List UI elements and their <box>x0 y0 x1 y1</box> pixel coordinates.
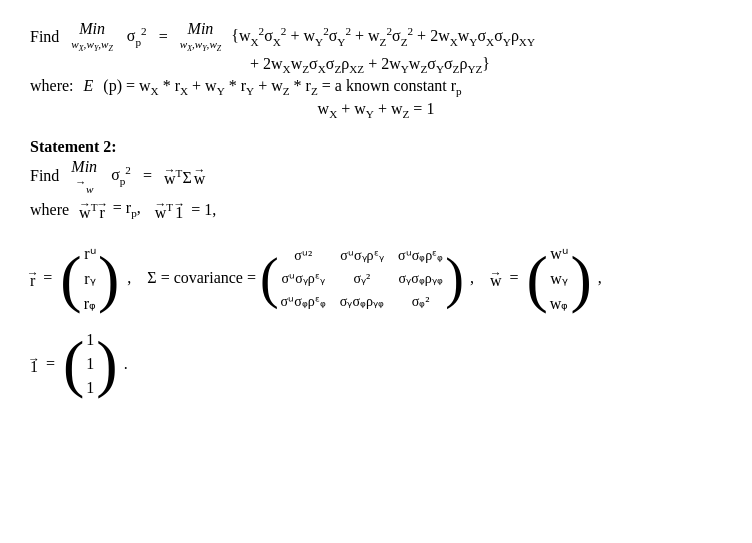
constraint-ep: E <box>84 77 94 95</box>
m21: σᵘσᵧρᵋᵧ <box>281 270 326 287</box>
min-label2: Min wX,wY,wZ <box>180 20 222 53</box>
section3-vectors: → r = ( rᵘ rᵧ rᵩ ) , Σ = covariance = ( <box>30 240 722 401</box>
m32: σᵧσᵩρᵧᵩ <box>340 293 384 310</box>
m33: σᵩ² <box>398 293 443 310</box>
w-transpose-sigma-w: → w TΣ → w <box>164 163 205 187</box>
min-label3: Min → w w <box>71 158 97 194</box>
covariance-matrix: ( σᵘ² σᵘσᵧρᵋᵧ σᵘσᵩρᵋᵩ σᵘσᵧρᵋᵧ σᵧ² σᵧσᵩρᵧ… <box>260 243 464 314</box>
sigma-label: Σ = covariance = <box>147 269 256 287</box>
where-label2: where <box>30 201 69 219</box>
sigma-p-squared: σp2 <box>127 25 147 48</box>
rx-cell: rᵘ <box>84 244 96 263</box>
m12: σᵘσᵧρᵋᵧ <box>340 247 384 264</box>
one-vec-label: → 1 <box>30 352 38 376</box>
w-vec-label: → w <box>490 266 502 290</box>
sigma-p-sq-2: σp2 <box>111 164 131 187</box>
r-vector-matrix: ( rᵘ rᵧ rᵩ ) <box>60 240 119 317</box>
constraint-w-one: → w T → 1 <box>155 197 183 221</box>
constraint-sum: wX + wY + wZ = 1 <box>318 100 435 120</box>
constraint-w-r: → w T → r <box>79 197 105 221</box>
find-label2: Find <box>30 167 59 185</box>
min-label: Min wX,wY,wZ <box>71 20 113 53</box>
constraint-ep-eq: (p) = wX * rX + wY * rY + wZ * rZ = a kn… <box>103 77 461 97</box>
rz-cell: rᵩ <box>84 294 96 313</box>
find-label: Find <box>30 28 59 46</box>
one-vector-matrix: ( 1 1 1 ) <box>63 327 118 401</box>
o3-cell: 1 <box>86 379 94 397</box>
m23: σᵧσᵩρᵧᵩ <box>398 270 443 287</box>
m11: σᵘ² <box>281 247 326 264</box>
wx-cell: wᵘ <box>550 244 569 263</box>
objective-line1: {wX2σX2 + wY2σY2 + wZ2σZ2 + 2wXwYσXσYρXY <box>231 25 535 48</box>
statement2-label: Statement 2: <box>30 138 117 156</box>
o2-cell: 1 <box>86 355 94 373</box>
where-label: where: <box>30 77 74 95</box>
section1: Find Min wX,wY,wZ σp2 = Min wX,wY,wZ {wX… <box>30 20 722 120</box>
m22: σᵧ² <box>340 270 384 287</box>
w-vector-matrix: ( wᵘ wᵧ wᵩ ) <box>527 240 592 317</box>
wy-cell: wᵧ <box>550 269 569 288</box>
m13: σᵘσᵩρᵋᵩ <box>398 247 443 264</box>
o1-cell: 1 <box>86 331 94 349</box>
section2: Statement 2: Find Min → w w σp2 = → w TΣ… <box>30 138 722 222</box>
objective-line2: + 2wXwZσXσZρXZ + 2wYwZσYσZρYZ} <box>250 55 490 75</box>
wz-cell: wᵩ <box>550 294 569 313</box>
m31: σᵘσᵩρᵋᵩ <box>281 293 326 310</box>
r-vec-label: → r <box>30 266 35 290</box>
ry-cell: rᵧ <box>84 269 96 288</box>
